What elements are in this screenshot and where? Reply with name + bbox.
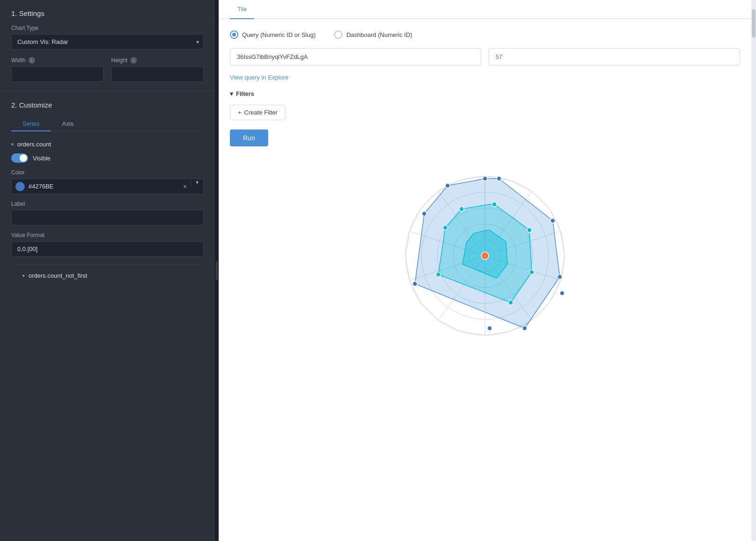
visible-label: Visible [33,155,50,162]
svg-point-46 [436,272,441,277]
visible-toggle[interactable] [11,153,28,163]
customize-tabs: Series Axis [11,116,204,131]
chart-type-wrapper: Custom Vis: Radar ▾ [11,34,204,50]
query-radio-label: Query (Numeric ID or Slug) [242,31,315,38]
svg-point-48 [459,207,464,211]
customize-title: 2. Customize [11,101,204,109]
dashboard-id-input[interactable] [489,48,740,65]
width-label: Width i [11,57,104,64]
svg-point-44 [529,270,534,274]
color-value: #4276BE [29,179,179,194]
chart-type-select[interactable]: Custom Vis: Radar [11,34,204,50]
customize-section: 2. Customize Series Axis ▾ orders.count … [0,92,215,541]
tab-axis[interactable]: Axis [51,116,85,131]
svg-line-26 [406,231,410,256]
create-filter-button[interactable]: + Create Filter [230,105,285,120]
panel-divider [215,0,219,541]
svg-point-39 [422,211,427,216]
svg-point-45 [508,300,513,305]
svg-line-21 [461,332,485,335]
height-field: Height i [111,57,204,82]
series-label-field: Label [11,201,204,225]
tab-series[interactable]: Series [11,116,51,131]
series-group-orders-count: ▾ orders.count Visible Color #4276BE × ▾ [11,141,204,257]
run-button[interactable]: Run [230,130,268,146]
svg-line-22 [438,320,460,332]
query-id-input[interactable] [230,48,481,65]
query-radio-option[interactable]: Query (Numeric ID or Slug) [230,30,315,39]
radar-chart [378,158,592,354]
height-input[interactable] [111,66,204,82]
dashboard-radio-circle [334,30,342,39]
svg-line-27 [410,209,421,231]
svg-line-20 [485,332,510,335]
series-label-input[interactable] [11,210,204,225]
dashboard-radio-option[interactable]: Dashboard (Numeric ID) [334,30,412,39]
svg-point-47 [443,225,448,230]
right-panel: Tile Query (Numeric ID or Slug) Dashboar… [219,0,751,541]
color-swatch [15,182,25,191]
right-tab-tile[interactable]: Tile [230,0,254,18]
dashboard-radio-label: Dashboard (Numeric ID) [346,31,412,38]
color-clear-button[interactable]: × [179,183,191,190]
color-input-row: #4276BE × ▾ [11,179,204,194]
visible-row: Visible [11,153,204,163]
series-name: orders.count [17,141,51,148]
svg-point-35 [550,218,555,223]
height-info-icon: i [130,57,137,64]
drag-handle[interactable] [216,261,218,280]
query-radio-circle [230,30,238,39]
query-type-row: Query (Numeric ID or Slug) Dashboard (Nu… [230,30,740,39]
svg-line-25 [406,256,410,280]
filters-label: Filters [236,90,254,97]
view-query-link[interactable]: View query in Explore [230,74,289,81]
series-footer-name: orders.count_not_first [29,272,87,279]
color-dropdown-button[interactable]: ▾ [191,179,203,186]
svg-point-50 [560,291,564,296]
settings-section: 1. Settings Chart Type Custom Vis: Radar… [0,0,215,92]
value-format-field: Value Format [11,232,204,257]
left-panel: 1. Settings Chart Type Custom Vis: Radar… [0,0,215,541]
svg-point-43 [527,228,532,232]
value-format-label: Value Format [11,232,204,238]
series-footer-chevron-icon: ▾ [22,273,25,278]
label-field-label: Label [11,201,204,207]
svg-point-37 [522,326,527,331]
scroll-thumb[interactable] [752,9,756,37]
svg-point-36 [557,274,562,279]
create-filter-label: Create Filter [244,109,278,116]
svg-point-34 [497,176,501,181]
divider [11,264,204,265]
svg-point-51 [481,252,489,260]
filters-chevron-icon: ▾ [230,90,233,97]
svg-point-42 [492,202,497,207]
right-top-tabs: Tile [219,0,751,19]
dimensions-row: Width i Height i [11,57,204,82]
width-field: Width i [11,57,104,82]
svg-line-15 [560,231,564,256]
value-format-input[interactable] [11,241,204,257]
height-label: Height i [111,57,204,64]
series-footer-orders-count-not-first[interactable]: ▾ orders.count_not_first [11,272,204,279]
svg-point-38 [413,281,417,286]
chart-container [230,158,740,354]
settings-title: 1. Settings [11,9,204,17]
svg-line-23 [421,303,438,320]
color-section: Color #4276BE × ▾ [11,169,204,194]
color-label: Color [11,169,204,176]
outer-scrollbar[interactable] [751,0,756,541]
svg-point-49 [487,326,492,331]
series-header-orders-count[interactable]: ▾ orders.count [11,141,204,148]
query-inputs-row [230,48,740,65]
right-content: Query (Numeric ID or Slug) Dashboard (Nu… [219,19,751,541]
series-chevron-icon: ▾ [11,142,14,147]
width-info-icon: i [29,57,35,64]
svg-point-41 [483,176,487,181]
filters-header[interactable]: ▾ Filters [230,90,740,97]
svg-point-40 [445,183,450,188]
chart-type-label: Chart Type [11,25,204,31]
filters-section: ▾ Filters + Create Filter [230,90,740,120]
create-filter-plus-icon: + [238,109,242,116]
width-input[interactable] [11,66,104,82]
